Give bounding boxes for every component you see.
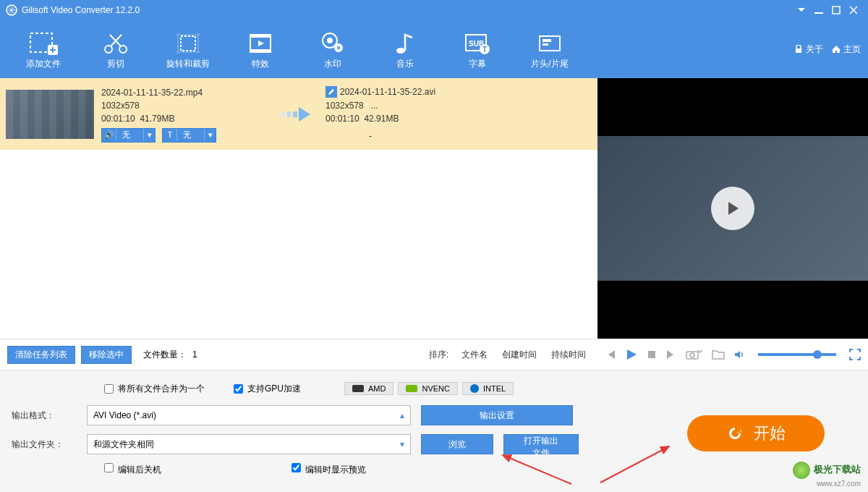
edit-icon[interactable] — [326, 86, 337, 98]
tool-music[interactable]: 音乐 — [369, 25, 441, 75]
fullscreen-button[interactable] — [849, 349, 861, 360]
list-controls: 清除任务列表 移除选中 文件数量： 1 排序: 文件名 创建时间 持续时间 — [0, 339, 597, 370]
chip-intel: INTEL — [462, 382, 514, 395]
tool-label: 剪切 — [107, 58, 124, 70]
svg-rect-20 — [542, 39, 551, 42]
sort-duration[interactable]: 持续时间 — [551, 349, 586, 361]
svg-point-5 — [105, 46, 112, 53]
minimize-button[interactable] — [810, 3, 827, 17]
snapshot-button[interactable] — [686, 349, 703, 360]
tool-watermark[interactable]: 水印 — [297, 25, 369, 75]
sort-created[interactable]: 创建时间 — [502, 349, 537, 361]
tool-label: 音乐 — [396, 58, 414, 70]
dropdown-icon[interactable] — [793, 3, 810, 17]
stop-button[interactable] — [647, 349, 657, 360]
app-logo-icon — [6, 4, 17, 16]
audio-pill[interactable]: 🔊 无 ▾ — [101, 128, 156, 143]
tool-cut[interactable]: 剪切 — [80, 25, 152, 75]
target-info: 2024-01-11-11-35-22.avi 1032x578 ... 00:… — [326, 85, 592, 143]
source-resolution: 1032x578 — [101, 99, 268, 112]
main-area: 2024-01-11-11-35-22.mp4 1032x578 00:01:1… — [0, 78, 868, 339]
gpu-checkbox[interactable]: 支持GPU加速 — [234, 383, 301, 395]
file-count-value: 1 — [192, 349, 197, 360]
svg-rect-9 — [250, 35, 271, 38]
play-button[interactable] — [625, 348, 638, 361]
chip-nvenc: NVENC — [398, 382, 458, 395]
format-combo[interactable]: AVI Video (*.avi) ▴ — [87, 405, 411, 425]
convert-arrow-icon — [275, 106, 318, 123]
task-list: 2024-01-11-11-35-22.mp4 1032x578 00:01:1… — [0, 78, 597, 339]
file-count-label: 文件数量： — [143, 349, 187, 361]
source-filename: 2024-01-11-11-35-22.mp4 — [101, 86, 268, 99]
remove-selected-button[interactable]: 移除选中 — [81, 346, 132, 364]
text-icon: T — [163, 129, 177, 141]
tool-label: 水印 — [324, 58, 341, 70]
scissors-icon — [101, 29, 130, 58]
merge-checkbox[interactable]: 将所有文件合并为一个 — [104, 383, 205, 395]
folder-button[interactable] — [712, 349, 725, 360]
tool-subtitle[interactable]: SUBT 字幕 — [441, 25, 514, 75]
head-tail-icon — [535, 29, 564, 58]
svg-point-6 — [119, 46, 127, 53]
speaker-icon: 🔊 — [102, 129, 116, 141]
play-icon — [724, 200, 741, 217]
home-link[interactable]: 主页 — [832, 43, 861, 56]
crop-icon — [174, 29, 203, 58]
music-icon — [391, 29, 420, 58]
browse-button[interactable]: 浏览 — [421, 434, 493, 454]
svg-rect-23 — [293, 111, 297, 117]
home-icon — [832, 45, 841, 54]
sort-filename[interactable]: 文件名 — [461, 349, 488, 361]
source-duration: 00:01:10 — [101, 114, 135, 124]
svg-point-12 — [327, 38, 333, 43]
volume-slider[interactable] — [758, 353, 836, 356]
preview-pane — [597, 78, 868, 339]
task-row[interactable]: 2024-01-11-11-35-22.mp4 1032x578 00:01:1… — [0, 78, 597, 150]
shutdown-checkbox[interactable]: 编辑后关机 — [104, 463, 161, 476]
target-duration: 00:01:10 — [326, 114, 359, 124]
watermark-logo-icon — [793, 462, 810, 479]
preview-checkbox[interactable]: 编辑时显示预览 — [292, 463, 366, 476]
play-overlay-button[interactable] — [711, 187, 754, 230]
format-label: 输出格式： — [12, 410, 77, 422]
svg-rect-7 — [181, 36, 195, 51]
target-res-extra: ... — [371, 101, 378, 111]
source-size: 41.79MB — [140, 114, 174, 124]
tool-add-file[interactable]: 添加文件 — [7, 25, 80, 75]
volume-button[interactable] — [733, 349, 745, 360]
about-link[interactable]: 关于 — [794, 43, 823, 56]
maximize-button[interactable] — [827, 3, 845, 17]
tool-effects[interactable]: 特效 — [224, 25, 297, 75]
main-toolbar: 添加文件 剪切 旋转和裁剪 特效 水印 音乐 SUBT 字幕 片头/片尾 关于 … — [0, 20, 868, 78]
source-info: 2024-01-11-11-35-22.mp4 1032x578 00:01:1… — [101, 86, 268, 143]
svg-rect-21 — [542, 43, 548, 46]
refresh-icon — [726, 425, 744, 442]
svg-rect-26 — [648, 351, 655, 358]
tool-label: 片头/片尾 — [531, 58, 568, 70]
start-button[interactable]: 开始 — [687, 415, 825, 451]
next-button[interactable] — [665, 349, 677, 360]
folder-combo[interactable]: 和源文件夹相同 ▾ — [87, 434, 411, 454]
svg-rect-2 — [833, 7, 840, 14]
target-filename: 2024-01-11-11-35-22.avi — [340, 85, 435, 98]
svg-rect-1 — [814, 12, 823, 14]
target-dash: - — [326, 130, 592, 143]
output-settings-button[interactable]: 输出设置 — [421, 405, 573, 425]
chevron-down-icon: ▾ — [400, 439, 404, 449]
tool-label: 特效 — [252, 58, 269, 70]
svg-rect-10 — [250, 49, 271, 52]
prev-button[interactable] — [605, 349, 616, 360]
clear-list-button[interactable]: 清除任务列表 — [7, 346, 75, 364]
open-output-button[interactable]: 打开输出文件 — [503, 434, 579, 454]
tool-label: 添加文件 — [26, 58, 61, 70]
effects-icon — [246, 29, 275, 58]
video-thumbnail — [6, 90, 94, 139]
text-pill[interactable]: T 无 ▾ — [162, 128, 216, 143]
chevron-up-icon: ▴ — [400, 410, 404, 420]
close-button[interactable] — [845, 3, 862, 17]
chevron-down-icon: ▾ — [143, 129, 155, 141]
tool-rotate-crop[interactable]: 旋转和裁剪 — [152, 25, 224, 75]
tool-head-tail[interactable]: 片头/片尾 — [514, 25, 586, 75]
svg-rect-22 — [796, 48, 801, 53]
app-title: Gilisoft Video Converter 12.2.0 — [22, 5, 140, 15]
